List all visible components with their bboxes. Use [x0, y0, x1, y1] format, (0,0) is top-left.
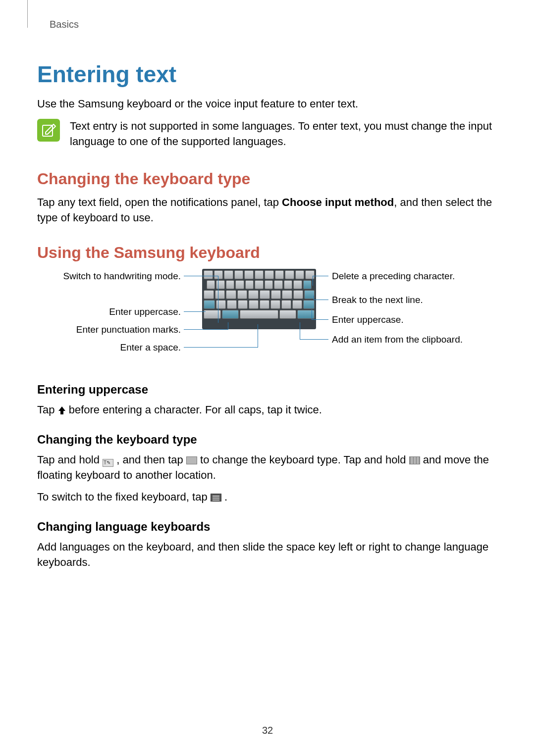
section-changing-keyboard-type: Changing the keyboard type Tap any text …: [37, 170, 498, 226]
text: Tap any text field, open the notificatio…: [37, 196, 282, 208]
page-number: 32: [0, 725, 535, 736]
shift-icon: [58, 404, 66, 413]
section-using-samsung-keyboard: Using the Samsung keyboard: [37, 244, 498, 570]
sub-heading: Entering uppercase: [37, 383, 498, 397]
intro-text: Use the Samsung keyboard or the voice in…: [37, 97, 498, 112]
note-callout: Text entry is not supported in some lang…: [37, 119, 498, 150]
section-heading: Using the Samsung keyboard: [37, 244, 498, 262]
callout-punctuation: Enter punctuation marks.: [37, 324, 181, 335]
callout-uppercase-right: Enter uppercase.: [332, 314, 404, 325]
text: .: [224, 491, 227, 503]
chapter-label: Basics: [50, 19, 498, 30]
text: Tap: [37, 403, 58, 416]
sub-entering-uppercase: Entering uppercase Tap before entering a…: [37, 383, 498, 418]
section1-body: Tap any text field, open the notificatio…: [37, 195, 498, 226]
sub3-body: Add languages on the keyboard, and then …: [37, 540, 498, 570]
sub2-body2: To switch to the fixed keyboard, tap .: [37, 490, 498, 505]
sub-heading: Changing the keyboard type: [37, 433, 498, 447]
fixed-keyboard-icon: [211, 494, 221, 502]
callout-delete: Delete a preceding character.: [332, 271, 455, 282]
keyboard-diagram: Switch to handwriting mode. Enter upperc…: [37, 269, 483, 368]
callout-handwriting: Switch to handwriting mode.: [37, 271, 181, 282]
section-heading: Changing the keyboard type: [37, 170, 498, 188]
note-icon: [37, 119, 60, 142]
sub1-body: Tap before entering a character. For all…: [37, 403, 498, 418]
callout-nextline: Break to the next line.: [332, 295, 423, 305]
page-margin-rule: [27, 0, 28, 28]
keyboard-move-icon: [186, 456, 197, 464]
sub-heading: Changing language keyboards: [37, 520, 498, 534]
t-pen-icon: T✎: [103, 459, 113, 467]
keyboard-image: [202, 269, 316, 329]
page-content: Basics Entering text Use the Samsung key…: [0, 0, 535, 570]
floating-handle-icon: [409, 456, 420, 464]
pencil-note-icon: [41, 122, 56, 138]
text: , and then tap: [116, 454, 186, 466]
bold-text: Choose input method: [282, 196, 394, 208]
callout-clipboard: Add an item from the clipboard.: [332, 334, 463, 345]
text: to change the keyboard type. Tap and hol…: [200, 454, 409, 466]
sub2-body1: Tap and hold T✎ , and then tap to change…: [37, 453, 498, 483]
callout-space: Enter a space.: [37, 342, 181, 353]
text: Tap and hold: [37, 454, 103, 466]
note-text: Text entry is not supported in some lang…: [70, 119, 498, 150]
callout-uppercase-left: Enter uppercase.: [37, 306, 181, 317]
page-title: Entering text: [37, 61, 498, 88]
text: before entering a character. For all cap…: [69, 403, 322, 416]
sub-changing-language-keyboards: Changing language keyboards Add language…: [37, 520, 498, 570]
text: To switch to the fixed keyboard, tap: [37, 491, 211, 503]
sub-changing-keyboard-type: Changing the keyboard type Tap and hold …: [37, 433, 498, 505]
